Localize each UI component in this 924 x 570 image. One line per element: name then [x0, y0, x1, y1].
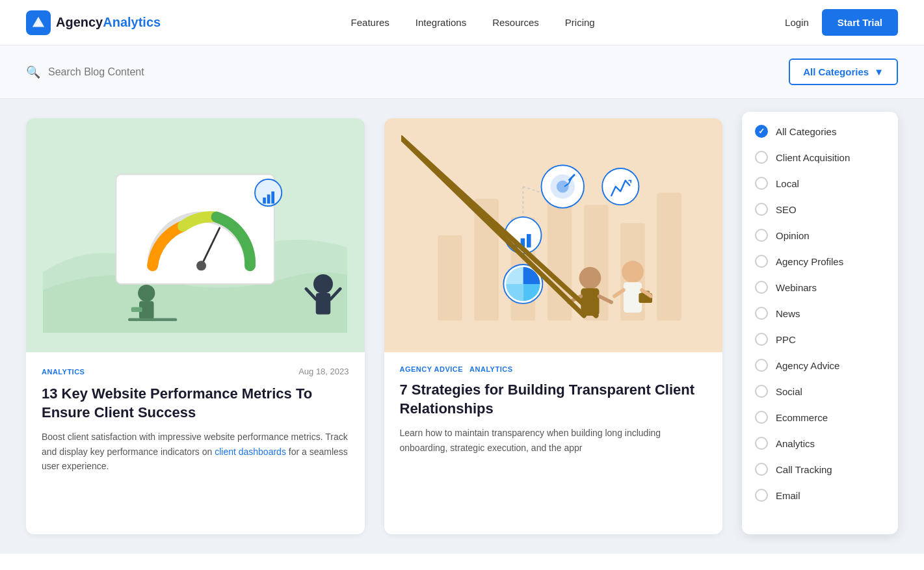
dropdown-item-6[interactable]: Webinars: [742, 274, 898, 300]
dropdown-item-label-3: SEO: [776, 204, 797, 215]
search-section: 🔍 All Categories ▼: [0, 45, 924, 99]
dropdown-item-5[interactable]: Agency Profiles: [742, 248, 898, 274]
card-title-1: 13 Key Website Performance Metrics To En…: [42, 385, 349, 422]
svg-rect-10: [128, 318, 177, 321]
dropdown-item-2[interactable]: Local: [742, 170, 898, 196]
logo-icon: [26, 10, 51, 35]
dropdown-item-4[interactable]: Opinion: [742, 222, 898, 248]
categories-dropdown-panel: All CategoriesClient AcquisitionLocalSEO…: [742, 112, 898, 534]
article-card-1: ANALYTICS Aug 18, 2023 13 Key Website Pe…: [26, 118, 365, 534]
svg-rect-9: [131, 307, 142, 312]
svg-point-2: [196, 261, 206, 270]
radio-circle-12: [755, 437, 768, 450]
dropdown-item-7[interactable]: News: [742, 300, 898, 326]
nav-links: Features Integrations Resources Pricing: [351, 17, 595, 28]
svg-point-11: [313, 274, 333, 294]
dropdown-item-label-12: Analytics: [776, 438, 815, 449]
card-date-1: Aug 18, 2023: [298, 367, 349, 376]
card-tag-analytics: ANALYTICS: [42, 365, 85, 377]
card-excerpt-1: Boost client satisfaction with impressiv…: [42, 430, 349, 473]
dropdown-item-9[interactable]: Agency Advice: [742, 352, 898, 378]
search-input[interactable]: [48, 66, 789, 78]
card-excerpt-2: Learn how to maintain transparency when …: [400, 426, 707, 455]
dropdown-item-label-10: Social: [776, 386, 802, 397]
svg-point-43: [622, 261, 644, 283]
radio-circle-14: [755, 489, 768, 502]
svg-rect-4: [263, 198, 266, 203]
svg-rect-15: [438, 235, 462, 320]
radio-circle-6: [755, 281, 768, 294]
dropdown-item-label-8: PPC: [776, 334, 796, 345]
nav-link-integrations[interactable]: Integrations: [416, 17, 466, 28]
radio-circle-8: [755, 333, 768, 346]
radio-circle-5: [755, 255, 768, 268]
categories-label: All Categories: [803, 66, 869, 77]
article-card-2: AGENCY ADVICE ANALYTICS 7 Strategies for…: [384, 118, 723, 534]
dropdown-item-14[interactable]: Email: [742, 482, 898, 508]
svg-rect-35: [527, 234, 531, 248]
main-container: ANALYTICS Aug 18, 2023 13 Key Website Pe…: [0, 99, 924, 554]
excerpt-link-1[interactable]: client dashboards: [215, 447, 286, 457]
nav-link-resources[interactable]: Resources: [492, 17, 539, 28]
dropdown-item-8[interactable]: PPC: [742, 326, 898, 352]
nav-actions: Login Start Trial: [785, 9, 898, 36]
dropdown-item-label-6: Webinars: [776, 282, 817, 293]
dropdown-item-13[interactable]: Call Tracking: [742, 456, 898, 482]
svg-point-7: [138, 285, 155, 302]
radio-circle-10: [755, 385, 768, 398]
svg-point-37: [579, 267, 601, 289]
svg-rect-12: [316, 293, 330, 315]
card-tags-2: AGENCY ADVICE ANALYTICS: [400, 365, 707, 373]
card-tags-1: ANALYTICS Aug 18, 2023: [42, 365, 349, 377]
radio-circle-9: [755, 359, 768, 372]
card-multi-tags: AGENCY ADVICE ANALYTICS: [400, 365, 513, 373]
logo[interactable]: AgencyAnalytics: [26, 10, 161, 35]
card-image-2: [384, 118, 723, 352]
card-body-2: AGENCY ADVICE ANALYTICS 7 Strategies for…: [384, 352, 723, 468]
navbar: AgencyAnalytics Features Integrations Re…: [0, 0, 924, 45]
dropdown-item-10[interactable]: Social: [742, 378, 898, 404]
articles-area: ANALYTICS Aug 18, 2023 13 Key Website Pe…: [26, 118, 742, 534]
svg-point-27: [556, 181, 568, 193]
svg-rect-21: [657, 192, 681, 320]
dropdown-item-label-11: Ecommerce: [776, 412, 828, 423]
dropdown-item-label-4: Opinion: [776, 230, 810, 241]
radio-circle-13: [755, 463, 768, 476]
radio-circle-11: [755, 411, 768, 424]
dropdown-item-label-7: News: [776, 308, 800, 319]
radio-circle-3: [755, 203, 768, 216]
dropdown-item-label-14: Email: [776, 490, 800, 501]
radio-circle-7: [755, 307, 768, 320]
dropdown-item-3[interactable]: SEO: [742, 196, 898, 222]
radio-circle-2: [755, 177, 768, 190]
dropdown-item-label-1: Client Acquisition: [776, 152, 850, 163]
dropdown-item-label-9: Agency Advice: [776, 360, 839, 371]
logo-text: AgencyAnalytics: [56, 15, 161, 30]
card-image-1: [26, 118, 365, 352]
radio-circle-4: [755, 229, 768, 242]
dropdown-item-11[interactable]: Ecommerce: [742, 404, 898, 430]
svg-rect-6: [271, 192, 274, 204]
chevron-down-icon: ▼: [874, 66, 884, 77]
dropdown-item-1[interactable]: Client Acquisition: [742, 144, 898, 170]
dropdown-item-label-5: Agency Profiles: [776, 256, 843, 267]
radio-circle-1: [755, 151, 768, 164]
svg-point-31: [602, 168, 639, 205]
search-icon: 🔍: [26, 65, 40, 79]
svg-rect-5: [267, 194, 271, 203]
dropdown-item-label-0: All Categories: [776, 126, 836, 137]
dropdown-item-label-13: Call Tracking: [776, 464, 832, 475]
card-title-2: 7 Strategies for Building Transparent Cl…: [400, 381, 707, 418]
radio-circle-0: [755, 125, 768, 138]
dropdown-item-label-2: Local: [776, 178, 799, 189]
categories-dropdown-button[interactable]: All Categories ▼: [789, 58, 898, 85]
dropdown-item-0[interactable]: All Categories: [742, 118, 898, 144]
nav-link-features[interactable]: Features: [351, 17, 389, 28]
login-link[interactable]: Login: [785, 17, 809, 28]
card-body-1: ANALYTICS Aug 18, 2023 13 Key Website Pe…: [26, 352, 365, 486]
start-trial-button[interactable]: Start Trial: [822, 9, 898, 36]
dropdown-item-12[interactable]: Analytics: [742, 430, 898, 456]
nav-link-pricing[interactable]: Pricing: [565, 17, 595, 28]
search-left: 🔍: [26, 65, 789, 79]
